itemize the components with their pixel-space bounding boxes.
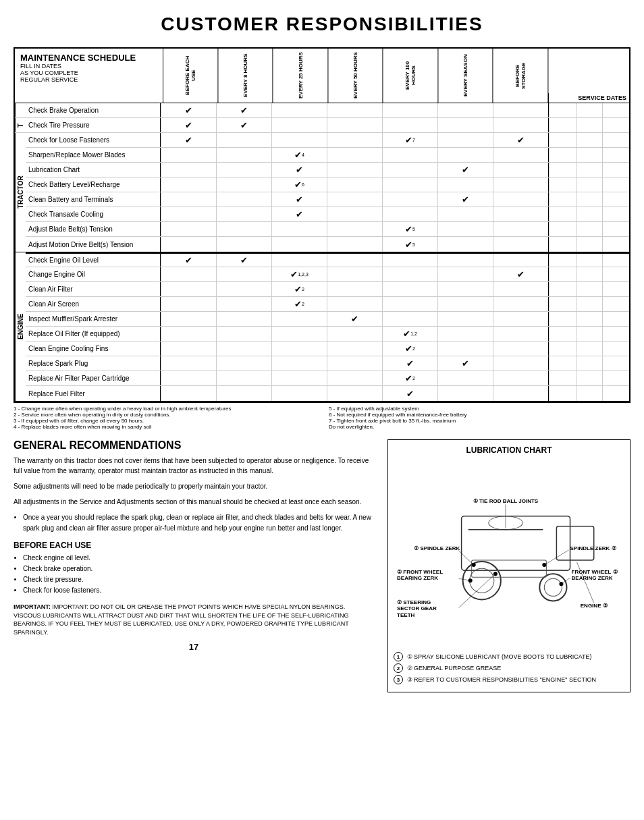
check-cell (216, 371, 271, 385)
list-item: Check brake operation. (23, 564, 374, 574)
section-label-tractor (15, 103, 26, 117)
row-cells: ✔ (161, 207, 629, 221)
check-cell (161, 312, 216, 326)
legend-item-1: 1 ① SPRAY SILICONE LUBRICANT (MOVE BOOTS… (394, 652, 624, 661)
check-cell (271, 237, 327, 252)
row-cells: ✔5 (161, 222, 629, 236)
table-row: Replace Air Filter Paper Cartridge ✔2 (26, 371, 629, 386)
check-cell (271, 254, 327, 267)
table-row: Check Engine Oil Level ✔ ✔ (26, 252, 629, 267)
check-cell: ✔2 (271, 297, 327, 311)
check-cell (437, 282, 493, 296)
check-cell (437, 237, 493, 252)
service-date-cells (548, 148, 629, 162)
svg-point-4 (544, 578, 562, 596)
row-cells: ✔2 (161, 371, 629, 385)
table-row: Replace Fuel Filter ✔ (26, 386, 629, 401)
check-cell: ✔5 (382, 222, 437, 236)
service-dates-label: SERVICE DATES (548, 93, 629, 103)
svg-text:ENGINE ③: ENGINE ③ (581, 603, 608, 609)
check-cell (216, 222, 271, 236)
note-item: 6 - Not required if equipped with mainte… (329, 412, 630, 418)
check-cell: ✔ (382, 356, 437, 371)
check-cell (327, 103, 382, 117)
check-cell (161, 177, 216, 192)
before-each-use-title: BEFORE EACH USE (14, 541, 374, 550)
table-row: Clean Engine Cooling Fins ✔2 (26, 341, 629, 356)
section-label-cell: T (15, 118, 26, 132)
note-item: 7 - Tighten front axle pivot bolt to 35 … (329, 418, 630, 424)
row-label: Replace Oil Filter (If equipped) (26, 327, 161, 341)
check-cell (161, 371, 216, 385)
svg-point-30 (468, 578, 473, 582)
table-row: Change Engine Oil ✔1,2,3 ✔ (26, 267, 629, 282)
check-cell: ✔ (271, 207, 327, 221)
check-cell (216, 267, 271, 281)
check-cell (271, 327, 327, 341)
check-cell (382, 207, 437, 221)
table-row: Check Transaxle Cooling ✔ (26, 207, 629, 222)
row-cells: ✔2 (161, 297, 629, 311)
check-cell (382, 297, 437, 311)
check-cell (437, 267, 493, 281)
table-row: Clean Battery and Terminals ✔ ✔ (26, 192, 629, 207)
check-cell: ✔2 (382, 341, 437, 356)
check-cell (382, 192, 437, 207)
check-cell: ✔ (271, 192, 327, 207)
check-cell (493, 163, 548, 177)
row-label: Check Tire Pressure (26, 118, 161, 132)
check-cell (382, 254, 437, 267)
check-cell (271, 103, 327, 117)
engine-section-block: ENGINE Check Engine Oil Level ✔ ✔ (15, 252, 629, 402)
row-cells: ✔ ✔7 ✔ (161, 133, 629, 147)
check-cell (216, 207, 271, 221)
row-cells: ✔ ✔ (161, 163, 629, 177)
check-cell (437, 222, 493, 236)
row-cells: ✔ (161, 312, 629, 326)
service-date-cells (548, 327, 629, 341)
check-cell (493, 386, 548, 401)
check-cell (161, 356, 216, 371)
check-cell (437, 371, 493, 385)
row-cells: ✔4 (161, 148, 629, 162)
page-number: 17 (14, 642, 374, 652)
page-title: CUSTOMER RESPONSIBILITIES (14, 13, 630, 35)
check-cell (493, 341, 548, 356)
service-date-cells (548, 341, 629, 356)
check-cell (216, 237, 271, 252)
row-cells: ✔5 (161, 237, 629, 252)
row-label: Change Engine Oil (26, 267, 161, 281)
check-cell (382, 177, 437, 192)
check-cell (437, 312, 493, 326)
check-cell (216, 341, 271, 356)
check-cell (161, 222, 216, 236)
check-cell (327, 133, 382, 147)
service-date-cells (548, 386, 629, 401)
check-cell (271, 371, 327, 385)
svg-line-25 (459, 574, 495, 607)
svg-rect-5 (556, 526, 593, 560)
check-cell (493, 207, 548, 221)
check-cell (493, 222, 548, 236)
table-row: Replace Oil Filter (If equipped) ✔1,2 (26, 327, 629, 341)
check-cell (271, 222, 327, 236)
row-cells: ✔2 (161, 282, 629, 296)
check-cell (493, 118, 548, 132)
note-item: 2 - Service more often when operating in… (14, 412, 315, 418)
check-cell (382, 282, 437, 296)
note-item: 3 - If equipped with oil filter, change … (14, 418, 315, 424)
check-cell (437, 386, 493, 401)
row-cells: ✔1,2 (161, 327, 629, 341)
check-cell: ✔2 (382, 371, 437, 385)
check-cell (382, 103, 437, 117)
service-date-cells (548, 177, 629, 192)
lub-diagram: ① TIE ROD BALL JOINTS ② SPINDLE ZERK SPI… (394, 459, 624, 648)
svg-text:FRONT WHEEL ②: FRONT WHEEL ② (572, 569, 618, 575)
check-cell (216, 386, 271, 401)
check-cell (437, 118, 493, 132)
col-before-storage: BEFORE STORAGE (493, 49, 548, 103)
bullet-item: Once a year you should replace the spark… (23, 512, 374, 534)
svg-point-3 (539, 574, 566, 601)
check-cell (327, 192, 382, 207)
maint-sub3: REGULAR SERVICE (20, 76, 157, 83)
